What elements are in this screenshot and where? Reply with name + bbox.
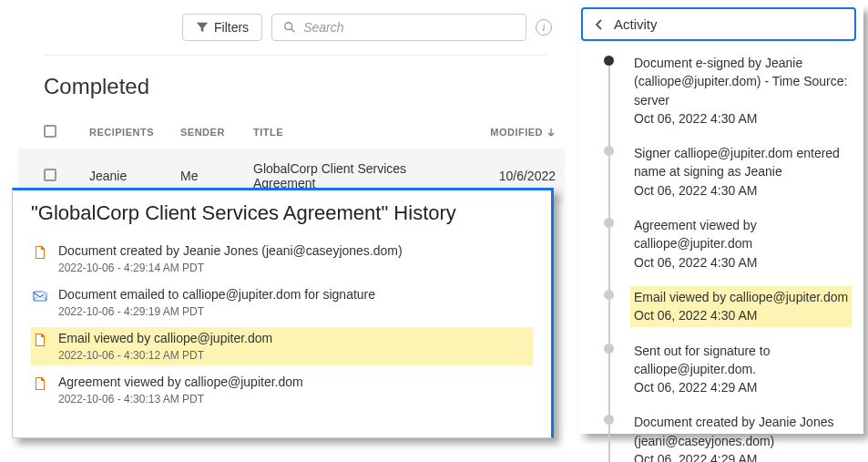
history-item: Email viewed by calliope@jupiter.dom2022… [31,327,533,365]
activity-dot [604,344,614,354]
row-title: GlobalCorp Client Services Agreement [253,161,465,190]
activity-header: Activity [581,7,856,41]
activity-item-date: Oct 06, 2022 4:30 AM [634,308,757,323]
activity-item: Document created by Jeanie Jones (jeani@… [594,411,853,462]
activity-item-date: Oct 06, 2022 4:30 AM [634,255,757,270]
history-item-desc: Document created by Jeanie Jones (jeani@… [58,243,403,258]
history-item-desc: Agreement viewed by calliope@jupiter.dom [58,375,303,389]
search-box[interactable] [271,14,526,41]
history-list: Document created by Jeanie Jones (jeani@… [31,240,533,409]
activity-item: Signer calliope@jupiter.dom entered name… [594,142,853,201]
funnel-icon [196,21,209,34]
header-modified[interactable]: MODIFIED [465,127,556,138]
activity-item-date: Oct 06, 2022 4:29 AM [634,380,757,395]
search-input[interactable] [303,20,515,35]
history-item-desc: Email viewed by calliope@jupiter.dom [58,331,272,345]
svg-line-1 [291,29,295,33]
activity-dot [604,415,614,425]
header-sender[interactable]: SENDER [180,127,253,138]
row-sender: Me [180,169,253,183]
document-icon [33,376,49,406]
activity-item-text: Agreement viewed by calliope@jupiter.dom… [630,214,853,273]
history-item-text: Document created by Jeanie Jones (jeani@… [58,243,403,274]
activity-dot [604,290,614,300]
history-item-time: 2022-10-06 - 4:29:14 AM PDT [58,262,403,274]
history-item: Document created by Jeanie Jones (jeani@… [31,240,533,278]
activity-item-date: Oct 06, 2022 4:29 AM [634,452,757,462]
back-chevron-icon[interactable] [594,18,605,31]
select-all-checkbox[interactable] [44,125,56,138]
main-area: Filters i Completed RECIPIENTS SENDER TI… [0,0,565,203]
activity-item-text: Sent out for signature to calliope@jupit… [630,340,853,399]
history-item-text: Document emailed to calliope@jupiter.dom… [58,287,375,318]
activity-header-label: Activity [614,16,658,32]
history-item-time: 2022-10-06 - 4:29:19 AM PDT [58,305,375,318]
search-icon [283,21,296,34]
history-item: Agreement viewed by calliope@jupiter.dom… [31,371,533,409]
activity-item: Sent out for signature to calliope@jupit… [594,340,853,399]
activity-dot [604,218,614,228]
activity-timeline: Document e-signed by Jeanie (calliope@ju… [579,46,863,462]
history-item: Document emailed to calliope@jupiter.dom… [31,283,533,322]
table-header: RECIPIENTS SENDER TITLE MODIFIED [18,116,565,149]
activity-item-text: Signer calliope@jupiter.dom entered name… [630,142,853,201]
history-item-time: 2022-10-06 - 4:30:13 AM PDT [58,393,303,406]
activity-item: Email viewed by calliope@jupiter.domOct … [594,286,853,327]
header-recipients[interactable]: RECIPIENTS [89,127,180,138]
filters-button[interactable]: Filters [182,14,262,41]
activity-item-text: Email viewed by calliope@jupiter.domOct … [630,286,852,327]
sort-down-icon [546,128,556,137]
activity-item: Agreement viewed by calliope@jupiter.dom… [594,214,853,273]
header-title[interactable]: TITLE [253,127,465,138]
activity-item-date: Oct 06, 2022 4:30 AM [634,183,757,198]
activity-item-date: Oct 06, 2022 4:30 AM [634,111,757,126]
filters-label: Filters [214,20,249,35]
completed-heading: Completed [44,74,565,99]
history-title: "GlobalCorp Client Services Agreement" H… [31,201,533,225]
filter-bar: Filters i [0,0,565,55]
activity-panel: Activity Document e-signed by Jeanie (ca… [579,5,863,434]
row-modified: 10/6/2022 [465,169,556,183]
mail-icon [33,289,49,318]
document-icon [33,245,49,274]
activity-item-text: Document created by Jeanie Jones (jeani@… [630,411,853,462]
history-item-text: Agreement viewed by calliope@jupiter.dom… [58,375,303,406]
header-modified-label: MODIFIED [490,127,543,138]
activity-dot [604,146,614,156]
history-item-desc: Document emailed to calliope@jupiter.dom… [58,287,375,302]
svg-point-0 [285,23,292,30]
history-item-text: Email viewed by calliope@jupiter.dom2022… [58,331,272,362]
history-item-time: 2022-10-06 - 4:30:12 AM PDT [58,349,272,362]
row-recipient: Jeanie [89,169,180,183]
activity-item-text: Document e-signed by Jeanie (calliope@ju… [630,52,853,129]
activity-dot [604,56,614,66]
row-checkbox[interactable] [44,169,56,181]
info-icon[interactable]: i [536,19,552,36]
filter-divider [44,55,546,56]
document-icon [33,333,49,362]
activity-item: Document e-signed by Jeanie (calliope@ju… [594,52,853,129]
history-popup: "GlobalCorp Client Services Agreement" H… [12,188,554,438]
